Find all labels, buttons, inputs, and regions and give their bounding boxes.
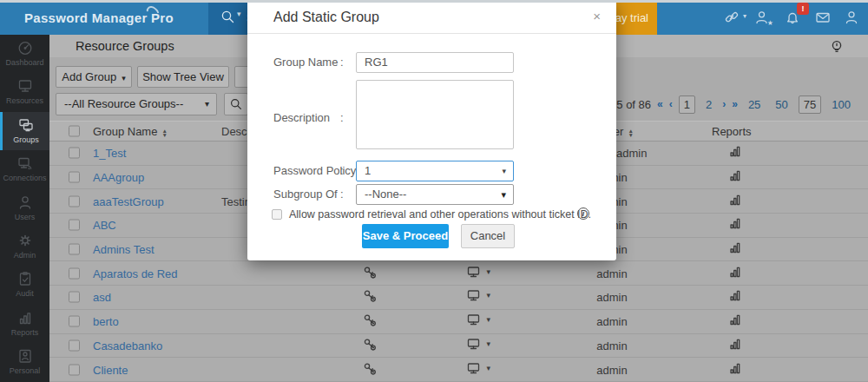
sidebar-item-connections[interactable]: Connections xyxy=(0,150,49,188)
group-name-link[interactable]: Aparatos de Red xyxy=(93,267,178,280)
row-checkbox[interactable] xyxy=(69,364,80,375)
clipboard-icon xyxy=(16,270,34,287)
report-icon[interactable] xyxy=(727,240,743,259)
group-name-input[interactable]: RG1 xyxy=(356,52,514,73)
sort-icon[interactable] xyxy=(161,128,167,136)
group-name-link[interactable]: AAAgroup xyxy=(93,171,144,184)
sidebar-item-dashboard[interactable]: Dashboard xyxy=(0,35,49,73)
select-all-checkbox[interactable] xyxy=(69,126,80,137)
page-size-button[interactable]: 100 xyxy=(827,96,855,113)
show-tree-view-button[interactable]: Show Tree View xyxy=(137,66,229,88)
group-name-link[interactable]: Casadebanko xyxy=(93,339,162,352)
sidebar-item-groups[interactable]: Groups xyxy=(0,112,49,150)
save-proceed-button[interactable]: Save & Proceed xyxy=(362,224,449,248)
page-size-button[interactable]: 25 xyxy=(744,96,765,113)
table-row: Cliente ▾ admin xyxy=(49,358,868,382)
lightbulb-icon[interactable] xyxy=(828,38,845,56)
subgroup-of-select[interactable]: --None-- xyxy=(356,184,514,205)
group-name-link[interactable]: Cliente xyxy=(93,363,128,376)
page-size-button[interactable]: 75 xyxy=(799,96,821,114)
column-group-name[interactable]: Group Name xyxy=(93,125,168,138)
user-star-icon[interactable]: ★ xyxy=(753,9,771,26)
sidebar-item-label: Reports xyxy=(0,328,49,337)
remote-connection-icon[interactable]: ▾ xyxy=(466,264,482,282)
table-search-button[interactable] xyxy=(224,93,248,115)
report-icon[interactable] xyxy=(727,288,743,306)
sidebar-item-label: Audit xyxy=(0,289,49,298)
password-policy-select[interactable]: 1 xyxy=(356,161,514,181)
row-checkbox[interactable] xyxy=(69,292,80,303)
password-actions-icon[interactable] xyxy=(362,264,378,282)
notifications-icon[interactable]: ! xyxy=(784,9,801,26)
password-actions-icon[interactable] xyxy=(362,336,378,354)
sidebar-item-reports[interactable]: Reports xyxy=(0,305,49,343)
ticket-id-checkbox[interactable] xyxy=(272,209,282,220)
remote-connection-icon[interactable]: ▾ xyxy=(466,336,482,354)
next-page-button[interactable]: › xyxy=(722,98,726,110)
add-static-group-modal: Add Static Group × Group Name : RG1 Desc… xyxy=(247,0,616,260)
password-actions-icon[interactable] xyxy=(362,313,378,331)
close-icon[interactable]: × xyxy=(593,9,601,23)
sort-icon[interactable] xyxy=(628,128,633,136)
page-number-button[interactable]: 1 xyxy=(679,96,695,114)
remote-connection-icon[interactable]: ▾ xyxy=(466,360,482,379)
password-actions-icon[interactable] xyxy=(362,360,378,379)
chevron-down-icon: ▾ xyxy=(486,291,490,300)
report-icon[interactable] xyxy=(727,216,743,234)
modal-title: Add Static Group xyxy=(273,10,379,25)
account-icon[interactable] xyxy=(843,9,860,26)
report-icon[interactable] xyxy=(727,360,743,379)
report-icon[interactable] xyxy=(727,168,743,187)
group-name-link[interactable]: ABC xyxy=(93,219,116,232)
info-icon[interactable]: i xyxy=(577,207,589,220)
report-icon[interactable] xyxy=(727,144,743,162)
page-number-button[interactable]: 2 xyxy=(701,96,716,113)
group-name-link[interactable]: berto xyxy=(93,315,119,328)
row-checkbox[interactable] xyxy=(69,148,80,159)
mail-icon[interactable] xyxy=(814,9,832,26)
group-name-link[interactable]: asd xyxy=(93,291,111,304)
quick-link-icon[interactable] xyxy=(723,9,740,26)
sidebar-item-label: Groups xyxy=(3,135,49,144)
report-icon[interactable] xyxy=(727,336,743,354)
report-icon[interactable] xyxy=(727,264,743,282)
row-checkbox[interactable] xyxy=(69,195,80,207)
column-reports: Reports xyxy=(712,125,752,138)
password-actions-icon[interactable] xyxy=(362,288,378,306)
sidebar-item-resources[interactable]: Resources xyxy=(0,73,49,111)
cancel-button[interactable]: Cancel xyxy=(461,224,515,248)
prev-page-button[interactable]: ‹ xyxy=(669,98,673,110)
chevron-down-icon: ▾ xyxy=(486,315,490,324)
sidebar-item-admin[interactable]: Admin xyxy=(0,227,49,266)
report-icon[interactable] xyxy=(727,192,743,210)
report-icon[interactable] xyxy=(727,313,743,331)
group-name-link[interactable]: 1_Test xyxy=(93,147,126,160)
chevron-down-icon: ▾ xyxy=(486,339,490,347)
group-name-link[interactable]: aaaTestGroup xyxy=(93,194,164,207)
row-checkbox[interactable] xyxy=(69,267,80,279)
row-checkbox[interactable] xyxy=(69,316,80,327)
table-row: berto ▾ admin xyxy=(49,310,868,334)
search-icon[interactable] xyxy=(220,9,237,30)
sidebar-item-personal[interactable]: Personal xyxy=(0,343,49,381)
remote-connection-icon[interactable]: ▾ xyxy=(466,313,482,331)
page-size-button[interactable]: 50 xyxy=(771,96,792,113)
colon: : xyxy=(340,188,344,201)
sidebar-item-audit[interactable]: Audit xyxy=(0,266,49,304)
sidebar-item-label: Personal xyxy=(0,366,49,375)
row-checkbox[interactable] xyxy=(69,339,80,351)
description-textarea[interactable] xyxy=(356,80,514,149)
sidebar-item-label: Resources xyxy=(0,96,49,105)
last-page-button[interactable]: » xyxy=(732,98,738,110)
group-name-link[interactable]: Admins Test xyxy=(93,243,155,256)
remote-connection-icon[interactable]: ▾ xyxy=(466,288,482,306)
add-group-button[interactable]: Add Group xyxy=(56,66,132,88)
sidebar-item-users[interactable]: Users xyxy=(0,189,49,227)
group-owner: admin xyxy=(556,315,668,328)
resource-group-filter-select[interactable]: --All Resource Groups-- xyxy=(56,93,217,115)
sidebar-item-label: Admin xyxy=(0,251,49,260)
row-checkbox[interactable] xyxy=(69,172,80,183)
first-page-button[interactable]: « xyxy=(657,98,663,110)
row-checkbox[interactable] xyxy=(69,244,80,255)
row-checkbox[interactable] xyxy=(69,220,80,231)
